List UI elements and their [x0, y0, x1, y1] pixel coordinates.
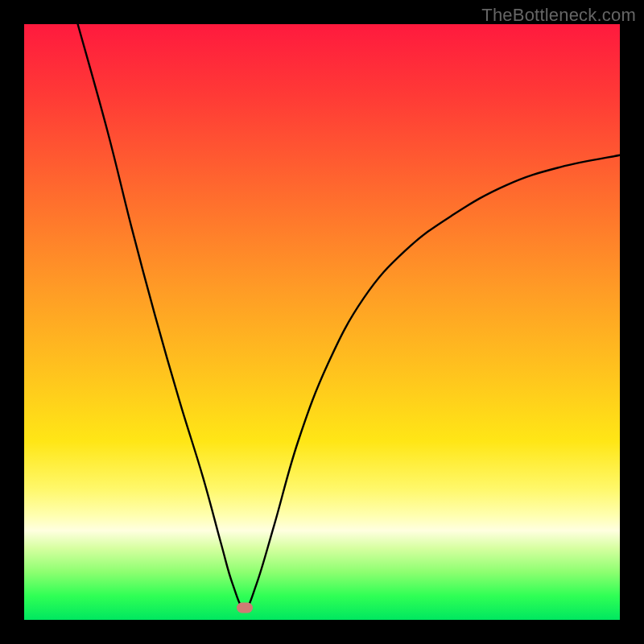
chart-frame: TheBottleneck.com: [0, 0, 644, 644]
watermark-text: TheBottleneck.com: [481, 5, 636, 26]
bottleneck-curve: [24, 24, 620, 620]
chart-plot-area: [24, 24, 620, 620]
minimum-marker: [237, 603, 253, 613]
